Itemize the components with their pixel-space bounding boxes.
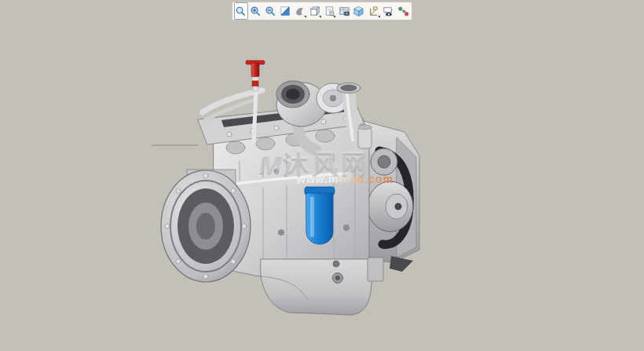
oil-pan	[261, 259, 372, 315]
capture-image-icon[interactable]	[337, 2, 351, 20]
zoom-window-icon[interactable]	[234, 2, 248, 20]
fuel-filter	[358, 127, 371, 148]
shutoff-valve	[246, 60, 265, 91]
flywheel-housing	[161, 170, 251, 282]
oil-filter	[305, 187, 335, 244]
model-viewport[interactable]	[0, 0, 644, 351]
saved-views-icon[interactable]	[323, 2, 337, 20]
zoom-out-icon[interactable]	[264, 2, 278, 20]
shading-icon[interactable]	[293, 2, 307, 20]
cad-canvas: M 沐风网 www.mfcad.com	[0, 0, 644, 351]
display-style-icon[interactable]	[308, 2, 322, 20]
view-toolbar	[232, 2, 412, 20]
zoom-in-icon[interactable]	[249, 2, 263, 20]
engine-model[interactable]	[0, 0, 644, 351]
annotation-display-icon[interactable]	[382, 2, 396, 20]
datum-display-icon[interactable]	[367, 2, 381, 20]
view-manager-icon[interactable]	[352, 2, 366, 20]
engine-assembly	[161, 60, 419, 315]
model-graph-icon[interactable]	[396, 2, 410, 20]
repaint-icon[interactable]	[278, 2, 292, 20]
